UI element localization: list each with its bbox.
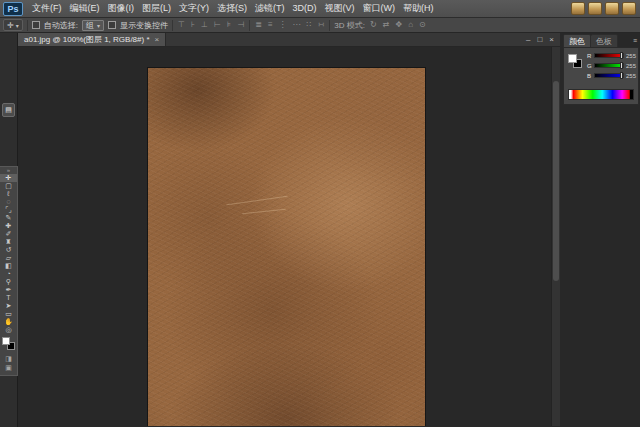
- scrollbar-thumb[interactable]: [553, 81, 559, 281]
- photoshop-logo-icon: Ps: [3, 2, 23, 16]
- tool-path-selection[interactable]: ➤: [0, 302, 17, 310]
- menu-edit[interactable]: 编辑(E): [66, 0, 104, 17]
- 3d-rotate-icon[interactable]: ↻: [369, 18, 378, 32]
- menu-file[interactable]: 文件(F): [28, 0, 66, 17]
- 3d-mode-label: 3D 模式:: [334, 20, 365, 31]
- tool-quick-selection[interactable]: ◌: [0, 198, 17, 206]
- auto-select-dropdown[interactable]: 组 ▾: [82, 20, 104, 31]
- tool-clone-stamp[interactable]: ♜: [0, 238, 17, 246]
- document-window: a01.jpg @ 100%(图层 1, RGB/8#) * × – □ ×: [18, 33, 560, 427]
- panel-tab-bar: 颜色 色板 ≡: [563, 34, 639, 47]
- close-icon[interactable]: ×: [155, 35, 160, 44]
- red-slider[interactable]: [594, 53, 624, 58]
- green-slider-label: G: [587, 63, 592, 69]
- 3d-drag-icon[interactable]: ✥: [394, 18, 403, 32]
- titlebar-plugin-icon-1[interactable]: [571, 2, 585, 15]
- options-separator: [172, 20, 173, 31]
- align-vertical-centers-icon[interactable]: ⊦: [190, 18, 196, 32]
- distribute-right-icon[interactable]: ∺: [317, 18, 326, 32]
- distribute-left-icon[interactable]: ⋯: [292, 18, 302, 32]
- tab-color[interactable]: 颜色: [563, 34, 591, 47]
- 3d-slide-icon[interactable]: ⌂: [407, 18, 414, 32]
- tool-blur[interactable]: ◔: [0, 270, 17, 278]
- red-slider-row: R 255: [587, 52, 636, 59]
- menu-select[interactable]: 选择(S): [213, 0, 251, 17]
- align-top-edges-icon[interactable]: ⊤: [177, 18, 186, 32]
- options-separator: [329, 20, 330, 31]
- tool-type[interactable]: T: [0, 294, 17, 302]
- color-spectrum-ramp[interactable]: [568, 89, 634, 100]
- tab-swatches[interactable]: 色板: [591, 34, 618, 47]
- tool-lasso[interactable]: ℓ: [0, 190, 17, 198]
- vertical-scrollbar[interactable]: [551, 47, 560, 426]
- tool-preset-dropdown[interactable]: ✛ ▾: [3, 19, 23, 31]
- canvas-area[interactable]: [18, 47, 560, 426]
- green-slider-row: G 255: [587, 62, 636, 69]
- tool-brush[interactable]: ✐: [0, 230, 17, 238]
- blue-value[interactable]: 255: [626, 73, 636, 79]
- menu-help[interactable]: 帮助(H): [399, 0, 438, 17]
- menu-3d[interactable]: 3D(D): [289, 0, 321, 17]
- tool-gradient[interactable]: ◧: [0, 262, 17, 270]
- align-horizontal-centers-icon[interactable]: ⊧: [226, 18, 232, 32]
- green-slider[interactable]: [594, 63, 624, 68]
- menu-layer[interactable]: 图层(L): [138, 0, 175, 17]
- distribute-top-icon[interactable]: ≣: [254, 18, 263, 32]
- tool-dodge[interactable]: ⚲: [0, 278, 17, 286]
- blue-slider-handle[interactable]: [620, 72, 623, 79]
- menu-window[interactable]: 窗口(W): [359, 0, 400, 17]
- titlebar-plugin-icons: [571, 2, 636, 15]
- foreground-color-swatch[interactable]: [2, 337, 10, 345]
- collapsed-panel-icon[interactable]: ▤: [2, 103, 15, 117]
- tools-panel: » ✛ ▢ ℓ ◌ ⌜⌟ ✎ ✚ ✐ ♜ ↺ ▱ ◧ ◔ ⚲ ✒ T ➤ ▭ ✋…: [0, 166, 18, 376]
- tool-eraser[interactable]: ▱: [0, 254, 17, 262]
- menu-type[interactable]: 文字(Y): [175, 0, 213, 17]
- titlebar-plugin-icon-4[interactable]: [622, 2, 636, 15]
- distribute-hcenter-icon[interactable]: ∷: [306, 18, 313, 32]
- panel-menu-icon[interactable]: ≡: [633, 34, 639, 47]
- close-button[interactable]: ×: [549, 35, 554, 44]
- tool-zoom[interactable]: ◎: [0, 326, 17, 334]
- document-tab[interactable]: a01.jpg @ 100%(图层 1, RGB/8#) * ×: [18, 33, 166, 46]
- screen-mode-icon[interactable]: ▣: [0, 363, 17, 372]
- chevron-down-icon: ▾: [97, 22, 100, 29]
- align-right-edges-icon[interactable]: ⊣: [236, 18, 245, 32]
- titlebar-plugin-icon-2[interactable]: [588, 2, 602, 15]
- menu-filter[interactable]: 滤镜(T): [251, 0, 289, 17]
- blue-slider[interactable]: [594, 73, 624, 78]
- options-separator: [27, 20, 28, 31]
- 3d-roll-icon[interactable]: ⇄: [382, 18, 391, 32]
- tool-move[interactable]: ✛: [0, 174, 17, 182]
- tool-shape[interactable]: ▭: [0, 310, 17, 318]
- green-value[interactable]: 255: [626, 63, 636, 69]
- tool-history-brush[interactable]: ↺: [0, 246, 17, 254]
- color-swatches: [0, 337, 17, 354]
- restore-button[interactable]: □: [537, 35, 542, 44]
- tool-crop[interactable]: ⌜⌟: [0, 206, 17, 214]
- red-slider-handle[interactable]: [620, 52, 623, 59]
- auto-select-checkbox[interactable]: [32, 21, 40, 29]
- tool-spot-healing-brush[interactable]: ✚: [0, 222, 17, 230]
- align-left-edges-icon[interactable]: ⊢: [213, 18, 222, 32]
- show-transform-checkbox[interactable]: [108, 21, 116, 29]
- canvas-image[interactable]: [148, 68, 425, 426]
- menu-view[interactable]: 视图(V): [321, 0, 359, 17]
- panel-foreground-swatch[interactable]: [568, 54, 577, 63]
- move-tool-icon: ✛: [7, 21, 14, 30]
- titlebar-plugin-icon-3[interactable]: [605, 2, 619, 15]
- tool-eyedropper[interactable]: ✎: [0, 214, 17, 222]
- minimize-button[interactable]: –: [526, 35, 530, 44]
- tool-rectangular-marquee[interactable]: ▢: [0, 182, 17, 190]
- distribute-vcenter-icon[interactable]: ≡: [267, 18, 274, 32]
- quick-mask-icon[interactable]: ◨: [0, 354, 17, 363]
- distribute-bottom-icon[interactable]: ⋮: [278, 18, 288, 32]
- tool-hand[interactable]: ✋: [0, 318, 17, 326]
- 3d-scale-icon[interactable]: ⊙: [418, 18, 427, 32]
- align-bottom-edges-icon[interactable]: ⊥: [200, 18, 209, 32]
- document-tab-title: a01.jpg @ 100%(图层 1, RGB/8#) *: [24, 34, 150, 45]
- toolbar-collapse-icon[interactable]: »: [0, 167, 17, 174]
- tool-pen[interactable]: ✒: [0, 286, 17, 294]
- green-slider-handle[interactable]: [620, 62, 623, 69]
- menu-image[interactable]: 图像(I): [104, 0, 139, 17]
- red-value[interactable]: 255: [626, 53, 636, 59]
